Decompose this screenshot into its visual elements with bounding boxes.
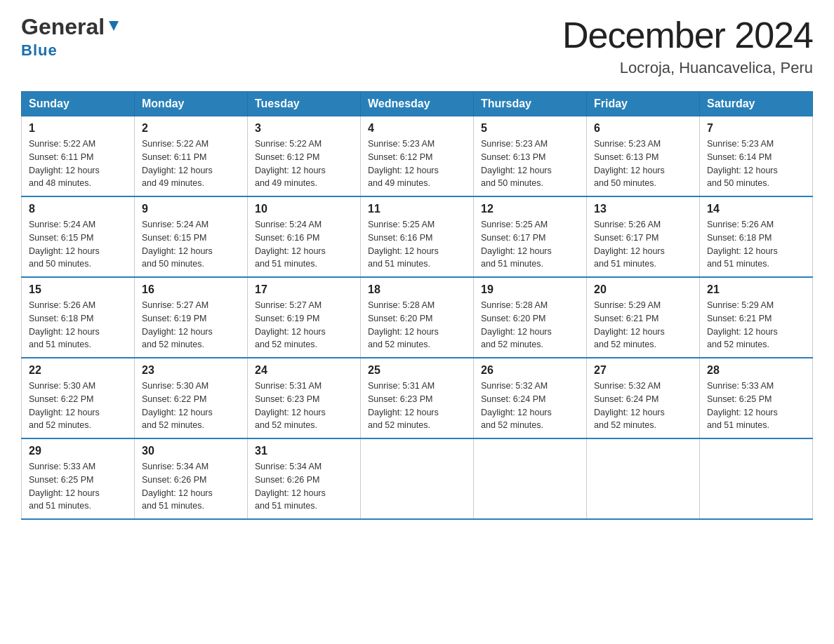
- day-number: 10: [255, 203, 353, 215]
- calendar-cell: 30 Sunrise: 5:34 AM Sunset: 6:26 PM Dayl…: [135, 438, 248, 519]
- day-info: Sunrise: 5:27 AM Sunset: 6:19 PM Dayligh…: [142, 299, 240, 351]
- calendar-cell: 11 Sunrise: 5:25 AM Sunset: 6:16 PM Dayl…: [361, 196, 474, 277]
- calendar-cell: 26 Sunrise: 5:32 AM Sunset: 6:24 PM Dayl…: [474, 358, 587, 438]
- calendar-header: SundayMondayTuesdayWednesdayThursdayFrid…: [22, 92, 813, 116]
- day-info: Sunrise: 5:27 AM Sunset: 6:19 PM Dayligh…: [255, 299, 353, 351]
- calendar-subtitle: Locroja, Huancavelica, Peru: [562, 59, 813, 77]
- calendar-cell: [474, 438, 587, 519]
- calendar-cell: 22 Sunrise: 5:30 AM Sunset: 6:22 PM Dayl…: [22, 358, 135, 438]
- day-number: 6: [594, 122, 692, 135]
- header-friday: Friday: [587, 92, 700, 116]
- logo: General Blue: [21, 14, 121, 60]
- day-info: Sunrise: 5:24 AM Sunset: 6:15 PM Dayligh…: [142, 218, 240, 271]
- calendar-cell: 2 Sunrise: 5:22 AM Sunset: 6:11 PM Dayli…: [135, 116, 248, 197]
- calendar-cell: 31 Sunrise: 5:34 AM Sunset: 6:26 PM Dayl…: [248, 438, 361, 519]
- header-row: SundayMondayTuesdayWednesdayThursdayFrid…: [22, 92, 813, 116]
- day-number: 4: [368, 122, 466, 135]
- day-number: 20: [594, 283, 692, 296]
- week-row-4: 22 Sunrise: 5:30 AM Sunset: 6:22 PM Dayl…: [22, 358, 813, 438]
- day-number: 16: [142, 283, 240, 296]
- calendar-cell: [587, 438, 700, 519]
- calendar-cell: 23 Sunrise: 5:30 AM Sunset: 6:22 PM Dayl…: [135, 358, 248, 438]
- calendar-cell: 7 Sunrise: 5:23 AM Sunset: 6:14 PM Dayli…: [700, 116, 813, 197]
- day-number: 15: [29, 283, 127, 296]
- calendar-cell: 17 Sunrise: 5:27 AM Sunset: 6:19 PM Dayl…: [248, 277, 361, 358]
- week-row-5: 29 Sunrise: 5:33 AM Sunset: 6:25 PM Dayl…: [22, 438, 813, 519]
- calendar-title-block: December 2024 Locroja, Huancavelica, Per…: [562, 14, 813, 77]
- header-saturday: Saturday: [700, 92, 813, 116]
- day-number: 28: [707, 364, 805, 377]
- day-info: Sunrise: 5:29 AM Sunset: 6:21 PM Dayligh…: [707, 299, 805, 351]
- day-info: Sunrise: 5:22 AM Sunset: 6:11 PM Dayligh…: [29, 137, 127, 190]
- header-wednesday: Wednesday: [361, 92, 474, 116]
- week-row-1: 1 Sunrise: 5:22 AM Sunset: 6:11 PM Dayli…: [22, 116, 813, 197]
- calendar-cell: [361, 438, 474, 519]
- day-info: Sunrise: 5:28 AM Sunset: 6:20 PM Dayligh…: [481, 299, 579, 351]
- day-number: 30: [142, 445, 240, 457]
- calendar-cell: 9 Sunrise: 5:24 AM Sunset: 6:15 PM Dayli…: [135, 196, 248, 277]
- day-number: 19: [481, 283, 579, 296]
- header-monday: Monday: [135, 92, 248, 116]
- day-info: Sunrise: 5:30 AM Sunset: 6:22 PM Dayligh…: [29, 380, 127, 432]
- calendar-cell: 8 Sunrise: 5:24 AM Sunset: 6:15 PM Dayli…: [22, 196, 135, 277]
- day-number: 7: [707, 122, 805, 135]
- svg-marker-0: [109, 21, 119, 31]
- day-number: 18: [368, 283, 466, 296]
- day-info: Sunrise: 5:29 AM Sunset: 6:21 PM Dayligh…: [594, 299, 692, 351]
- day-info: Sunrise: 5:26 AM Sunset: 6:18 PM Dayligh…: [29, 299, 127, 351]
- day-number: 21: [707, 283, 805, 296]
- calendar-table: SundayMondayTuesdayWednesdayThursdayFrid…: [21, 91, 813, 520]
- day-info: Sunrise: 5:34 AM Sunset: 6:26 PM Dayligh…: [142, 460, 240, 513]
- calendar-cell: 13 Sunrise: 5:26 AM Sunset: 6:17 PM Dayl…: [587, 196, 700, 277]
- day-number: 24: [255, 364, 353, 377]
- calendar-cell: 1 Sunrise: 5:22 AM Sunset: 6:11 PM Dayli…: [22, 116, 135, 197]
- day-info: Sunrise: 5:23 AM Sunset: 6:13 PM Dayligh…: [594, 137, 692, 190]
- calendar-cell: 18 Sunrise: 5:28 AM Sunset: 6:20 PM Dayl…: [361, 277, 474, 358]
- calendar-title: December 2024: [562, 14, 813, 56]
- calendar-cell: 5 Sunrise: 5:23 AM Sunset: 6:13 PM Dayli…: [474, 116, 587, 197]
- calendar-cell: 28 Sunrise: 5:33 AM Sunset: 6:25 PM Dayl…: [700, 358, 813, 438]
- calendar-cell: 27 Sunrise: 5:32 AM Sunset: 6:24 PM Dayl…: [587, 358, 700, 438]
- day-info: Sunrise: 5:31 AM Sunset: 6:23 PM Dayligh…: [255, 380, 353, 432]
- day-info: Sunrise: 5:23 AM Sunset: 6:12 PM Dayligh…: [368, 137, 466, 190]
- day-number: 5: [481, 122, 579, 135]
- day-info: Sunrise: 5:32 AM Sunset: 6:24 PM Dayligh…: [594, 380, 692, 432]
- day-number: 1: [29, 122, 127, 135]
- day-number: 25: [368, 364, 466, 377]
- header-thursday: Thursday: [474, 92, 587, 116]
- logo-general-text: General: [21, 14, 105, 40]
- day-info: Sunrise: 5:23 AM Sunset: 6:14 PM Dayligh…: [707, 137, 805, 190]
- day-number: 3: [255, 122, 353, 135]
- day-info: Sunrise: 5:33 AM Sunset: 6:25 PM Dayligh…: [29, 460, 127, 513]
- header-sunday: Sunday: [22, 92, 135, 116]
- calendar-cell: 16 Sunrise: 5:27 AM Sunset: 6:19 PM Dayl…: [135, 277, 248, 358]
- day-info: Sunrise: 5:33 AM Sunset: 6:25 PM Dayligh…: [707, 380, 805, 432]
- calendar-cell: 15 Sunrise: 5:26 AM Sunset: 6:18 PM Dayl…: [22, 277, 135, 358]
- header-tuesday: Tuesday: [248, 92, 361, 116]
- day-number: 8: [29, 203, 127, 215]
- day-info: Sunrise: 5:25 AM Sunset: 6:16 PM Dayligh…: [368, 218, 466, 271]
- week-row-3: 15 Sunrise: 5:26 AM Sunset: 6:18 PM Dayl…: [22, 277, 813, 358]
- day-number: 13: [594, 203, 692, 215]
- day-info: Sunrise: 5:34 AM Sunset: 6:26 PM Dayligh…: [255, 460, 353, 513]
- day-info: Sunrise: 5:24 AM Sunset: 6:16 PM Dayligh…: [255, 218, 353, 271]
- page-header: General Blue December 2024 Locroja, Huan…: [21, 14, 813, 77]
- day-number: 22: [29, 364, 127, 377]
- calendar-cell: 3 Sunrise: 5:22 AM Sunset: 6:12 PM Dayli…: [248, 116, 361, 197]
- calendar-cell: 25 Sunrise: 5:31 AM Sunset: 6:23 PM Dayl…: [361, 358, 474, 438]
- calendar-body: 1 Sunrise: 5:22 AM Sunset: 6:11 PM Dayli…: [22, 116, 813, 520]
- day-number: 14: [707, 203, 805, 215]
- week-row-2: 8 Sunrise: 5:24 AM Sunset: 6:15 PM Dayli…: [22, 196, 813, 277]
- calendar-cell: 10 Sunrise: 5:24 AM Sunset: 6:16 PM Dayl…: [248, 196, 361, 277]
- calendar-cell: 6 Sunrise: 5:23 AM Sunset: 6:13 PM Dayli…: [587, 116, 700, 197]
- calendar-cell: 12 Sunrise: 5:25 AM Sunset: 6:17 PM Dayl…: [474, 196, 587, 277]
- day-info: Sunrise: 5:23 AM Sunset: 6:13 PM Dayligh…: [481, 137, 579, 190]
- calendar-cell: 29 Sunrise: 5:33 AM Sunset: 6:25 PM Dayl…: [22, 438, 135, 519]
- day-number: 2: [142, 122, 240, 135]
- day-number: 29: [29, 445, 127, 457]
- day-number: 12: [481, 203, 579, 215]
- day-info: Sunrise: 5:25 AM Sunset: 6:17 PM Dayligh…: [481, 218, 579, 271]
- day-info: Sunrise: 5:30 AM Sunset: 6:22 PM Dayligh…: [142, 380, 240, 432]
- calendar-cell: 24 Sunrise: 5:31 AM Sunset: 6:23 PM Dayl…: [248, 358, 361, 438]
- logo-blue-text: Blue: [21, 41, 58, 60]
